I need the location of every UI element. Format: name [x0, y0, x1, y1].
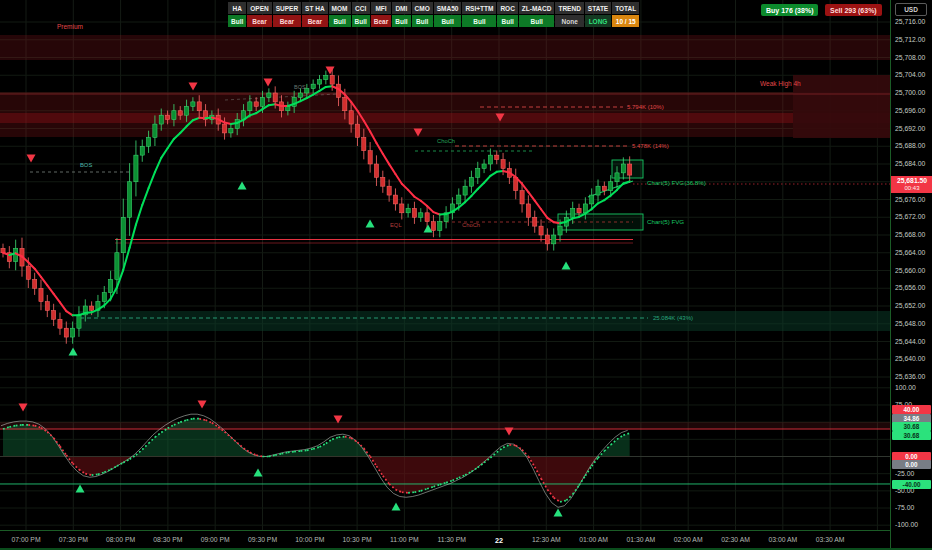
weak-high-label: Weak High 4h	[760, 80, 801, 88]
price-tick-label: 25,688.00	[895, 142, 925, 149]
signal-column-dmi: DMIBull	[392, 2, 410, 27]
osc-upper-band	[0, 422, 890, 429]
volume-level-1-label: 5.794K (10%)	[627, 104, 664, 110]
osc-tick-label: -25.00	[895, 470, 914, 477]
last-price-badge: 25,681.50 00:43	[891, 176, 932, 193]
time-tick-label: 12:30 AM	[532, 536, 561, 543]
time-axis[interactable]: 07:00 PM07:30 PM08:00 PM08:30 PM09:00 PM…	[0, 530, 890, 549]
signal-value: Bear	[371, 15, 391, 27]
signal-header: DMI	[392, 2, 410, 14]
signal-column-ha: HABull	[228, 2, 246, 27]
signal-header: ROC	[497, 2, 517, 14]
bos-label-2: BOS	[294, 84, 306, 90]
time-tick-label: 03:00 AM	[768, 536, 797, 543]
signal-value: Bull	[228, 15, 246, 27]
sell-signal-icon	[27, 155, 36, 163]
signal-value: Bull	[519, 15, 555, 27]
bar-countdown: 00:43	[891, 185, 932, 192]
signal-column-super: SUPERBear	[273, 2, 301, 27]
volume-level-3-label: 25.084K (43%)	[653, 315, 693, 321]
time-tick-label: 09:00 PM	[201, 536, 230, 543]
signal-header: STATE	[585, 2, 611, 14]
signal-column-cmo: CMOBull	[412, 2, 433, 27]
signal-column-roc: ROCBull	[497, 2, 517, 27]
signal-header: ST HA	[302, 2, 328, 14]
time-tick-label: 11:00 PM	[390, 536, 419, 543]
signal-column-zl-macd: ZL-MACDBull	[519, 2, 555, 27]
price-tick-label: 25,696.00	[895, 107, 925, 114]
osc-fill-negative	[3, 419, 630, 502]
signal-header: SUPER	[273, 2, 301, 14]
signal-value: Bull	[412, 15, 433, 27]
price-tick-label: 25,640.00	[895, 355, 925, 362]
signal-header: CMO	[412, 2, 433, 14]
signal-column-total: TOTAL10 / 15	[612, 2, 639, 27]
buy-signal-icon	[562, 262, 571, 270]
sell-signal-icon	[189, 83, 198, 91]
signal-value: Bear	[302, 15, 328, 27]
time-tick-label: 10:00 PM	[295, 536, 324, 543]
price-tick-label: 25,700.00	[895, 89, 925, 96]
price-tick-label: 25,704.00	[895, 71, 925, 78]
sell-signal-icon	[264, 79, 273, 87]
signal-header: ZL-MACD	[519, 2, 555, 14]
signal-value: Bull	[497, 15, 517, 27]
price-tick-label: 25,656.00	[895, 284, 925, 291]
bos-label-1: BOS	[80, 162, 92, 168]
sell-signal-icon	[505, 428, 514, 436]
buy-signal-icon	[366, 220, 375, 228]
osc-value-badge: -40.00	[892, 480, 931, 489]
signal-column-state: STATELONG	[585, 2, 611, 27]
osc-tick-label: 100.00	[895, 384, 916, 391]
choch-bear-label: ChoCh	[462, 222, 480, 228]
signal-value: Bull	[434, 15, 462, 27]
signal-column-mfi: MFIBear	[371, 2, 391, 27]
time-tick-label: 01:30 AM	[627, 536, 656, 543]
signal-column-rsi-ttm: RSI+TTMBull	[462, 2, 496, 27]
fvg-2-label: Chart(5) FVG	[647, 218, 684, 225]
buy-volume-badge: Buy 176 (38%)	[761, 4, 818, 16]
price-tick-label: 25,652.00	[895, 302, 925, 309]
price-tick-label: 25,644.00	[895, 338, 925, 345]
signal-value: Bull	[352, 15, 370, 27]
fvg-1-label: Chart(5) FVG(36.8%)	[647, 179, 706, 186]
signal-header: CCI	[352, 2, 370, 14]
time-tick-label: 09:30 PM	[248, 536, 277, 543]
osc-value-badge: 30.68	[892, 431, 931, 440]
weak-high-box	[793, 75, 890, 138]
signal-value: Bull	[392, 15, 410, 27]
osc-value-badge: 0.00	[892, 460, 931, 469]
supply-zone-core	[0, 113, 890, 123]
osc-value-badge: 40.00	[892, 405, 931, 414]
signal-header: MFI	[371, 2, 391, 14]
price-tick-label: 25,708.00	[895, 54, 925, 61]
signal-value: Bear	[247, 15, 271, 27]
time-tick-label: 10:30 PM	[343, 536, 372, 543]
candlestick-chart[interactable]: PremiumWeak High 4h5.794K (10%)5.478K (1…	[0, 0, 890, 530]
price-tick-label: 25,716.00	[895, 18, 925, 25]
osc-tick-label: -100.00	[895, 521, 918, 528]
signal-column-cci: CCIBull	[352, 2, 370, 27]
signal-column-open: OPENBear	[247, 2, 271, 27]
price-tick-label: 25,648.00	[895, 320, 925, 327]
signal-column-st-ha: ST HABear	[302, 2, 328, 27]
signal-header: MOM	[329, 2, 351, 14]
buy-signal-icon	[69, 348, 78, 356]
premium-zone-label: Premium	[57, 23, 83, 30]
signal-header: SMA50	[434, 2, 462, 14]
demand-zone	[78, 311, 890, 331]
last-price-value: 25,681.50	[891, 177, 932, 185]
buy-signal-icon	[392, 503, 401, 511]
time-tick-label: 08:00 PM	[106, 536, 135, 543]
signal-value: 10 / 15	[612, 15, 639, 27]
signal-value: LONG	[585, 15, 611, 27]
signal-value: Bull	[329, 15, 351, 27]
time-tick-label: 01:00 AM	[579, 536, 608, 543]
price-tick-label: 25,672.00	[895, 213, 925, 220]
signal-value: None	[555, 15, 583, 27]
signal-column-trend: TRENDNone	[555, 2, 583, 27]
price-axis[interactable]: USD 25,681.50 00:43 25,716.0025,712.0025…	[890, 0, 932, 550]
choch-bull-label: ChoCh	[437, 138, 455, 144]
signal-value: Bear	[273, 15, 301, 27]
osc-tick-label: -75.00	[895, 504, 914, 511]
